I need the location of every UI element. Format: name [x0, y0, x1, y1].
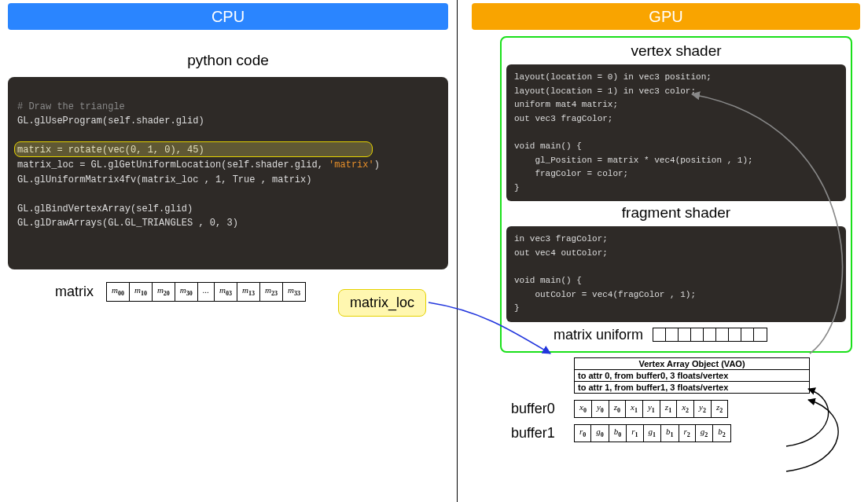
fragment-shader-code: in vec3 fragColor; out vec4 outColor; vo…: [506, 226, 846, 322]
code-line: matrix = rotate(vec(0, 1, 0), 45): [17, 145, 204, 156]
python-code-block: # Draw the triangle GL.glUseProgram(self…: [8, 77, 448, 269]
code-line: GL.glUseProgram(self.shader.glid): [17, 115, 204, 126]
vao-table: Vertex Array Object (VAO) to attr 0, fro…: [574, 357, 810, 394]
matrix-loc-box: matrix_loc: [338, 289, 426, 317]
vao-row-1: to attr 1, from buffer1, 3 floats/vertex: [575, 382, 809, 393]
vao-row-0: to attr 0, from buffer0, 3 floats/vertex: [575, 370, 809, 382]
vertex-shader-title: vertex shader: [506, 42, 846, 60]
buffer1-label: buffer1: [511, 425, 574, 442]
gpu-column: GPU vertex shader layout(location = 0) i…: [472, 0, 860, 442]
fragment-shader-title: fragment shader: [506, 204, 846, 222]
vao-title: Vertex Array Object (VAO): [575, 358, 809, 370]
buffer0-row: buffer0 x0y0z0x1y1z1x2y2z2: [511, 400, 860, 418]
matrix-cells: m00m10m20m30...m03m13m23m33: [106, 282, 306, 302]
cpu-column: CPU python code # Draw the triangle GL.g…: [8, 0, 448, 302]
python-code-title: python code: [8, 52, 448, 69]
code-line: GL.glBindVertexArray(self.glid): [17, 203, 193, 214]
gpu-banner: GPU: [472, 3, 860, 30]
cpu-banner: CPU: [8, 3, 448, 30]
code-line: GL.glDrawArrays(GL.GL_TRIANGLES , 0, 3): [17, 218, 238, 229]
buffer1-cells: r0g0b0r1g1b1r2g2b2: [574, 424, 731, 442]
code-line: GL.glUniformMatrix4fv(matrix_loc , 1, Tr…: [17, 174, 311, 185]
shader-box: vertex shader layout(location = 0) in ve…: [500, 36, 852, 353]
buffer1-row: buffer1 r0g0b0r1g1b1r2g2b2: [511, 424, 860, 442]
buffer0-label: buffer0: [511, 401, 574, 417]
code-line-highlighted: matrix_loc = GL.glGetUniformLocation(sel…: [17, 159, 380, 170]
code-comment: # Draw the triangle: [17, 101, 125, 112]
matrix-uniform-cells: [653, 328, 767, 342]
vertex-shader-code: layout(location = 0) in vec3 position; l…: [506, 64, 846, 201]
matrix-uniform-label: matrix uniform: [554, 327, 643, 343]
matrix-label: matrix: [55, 284, 94, 300]
buffer0-cells: x0y0z0x1y1z1x2y2z2: [574, 400, 728, 418]
matrix-uniform-row: matrix uniform: [506, 327, 846, 343]
column-divider: [457, 0, 458, 502]
